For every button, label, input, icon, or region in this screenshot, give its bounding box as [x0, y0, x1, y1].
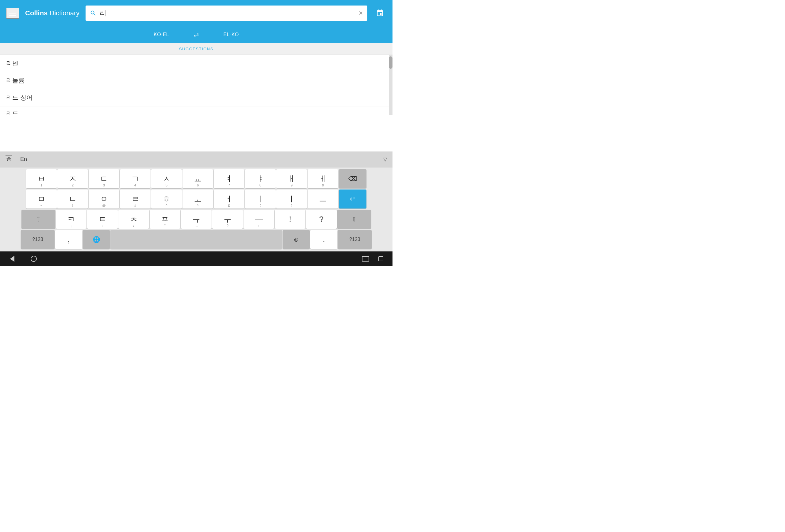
search-bar: ✕ [85, 5, 368, 21]
system-bar-left [9, 256, 37, 262]
lang-el-ko[interactable]: EL-KO [205, 32, 258, 37]
key-d[interactable]: ㄷ3 [88, 169, 119, 188]
system-bar-right [362, 256, 383, 261]
app-title: Collins Dictionary [25, 9, 79, 17]
keyboard: ㅎ En ▽ ㅂ1 ㅈ2 ㄷ3 ㄱ4 ㅅ5 ㅛ6 ㅕ7 ㅑ8 ㅐ9 ㅔ0 ⌫ ㅁ… [0, 151, 392, 251]
search-icon [90, 10, 97, 17]
key-n[interactable]: ㄴ! [57, 189, 88, 208]
key-row-1: ㅂ1 ㅈ2 ㄷ3 ㄱ4 ㅅ5 ㅛ6 ㅕ7 ㅑ8 ㅐ9 ㅔ0 ⌫ [1, 169, 391, 188]
recents-button[interactable] [378, 256, 383, 261]
keyboard-toggle-button[interactable] [362, 256, 369, 261]
language-bar: KO-EL ⇄ EL-KO [0, 26, 392, 43]
emoji-key[interactable]: ☺ [283, 230, 310, 249]
key-j[interactable]: ㅈ2 [57, 169, 88, 188]
scrollbar-thumb[interactable] [389, 56, 392, 69]
key-u[interactable]: ㅜ? [212, 210, 243, 229]
home-button[interactable] [31, 256, 37, 262]
key-t[interactable]: ㅌ: [87, 210, 118, 229]
key-ng[interactable]: ㅇ@ [88, 189, 119, 208]
search-input[interactable] [100, 9, 355, 17]
header: Collins Dictionary ✕ [0, 0, 392, 26]
cart-button[interactable] [374, 7, 386, 20]
key-eu[interactable]: ㅡ- [308, 189, 338, 208]
list-item[interactable]: 리넨 [0, 55, 389, 72]
backspace-key[interactable]: ⌫ [339, 169, 366, 188]
key-rows: ㅂ1 ㅈ2 ㄷ3 ㄱ4 ㅅ5 ㅛ6 ㅕ7 ㅑ8 ㅐ9 ㅔ0 ⌫ ㅁ~ ㄴ! ㅇ@… [0, 168, 392, 251]
key-k[interactable]: ㅋ; [56, 210, 86, 229]
list-item[interactable]: 리놀륨 [0, 72, 389, 89]
key-b[interactable]: ㅂ1 [26, 169, 57, 188]
keyboard-en-button[interactable]: En [15, 154, 380, 165]
key-comma[interactable]: , [55, 230, 82, 249]
system-bar [0, 251, 392, 266]
space-key[interactable] [110, 230, 282, 249]
key-m[interactable]: ㅁ~ [26, 189, 57, 208]
key-dash[interactable]: —+ [244, 210, 274, 229]
content-area: 리넨 리놀륨 리드 싱어 리드 [0, 55, 392, 115]
keyboard-collapse-button[interactable]: ▽ [380, 154, 390, 164]
num-sym-key-left[interactable]: ?123 [21, 230, 55, 249]
key-h[interactable]: ㅎ^ [151, 189, 182, 208]
key-yeo[interactable]: ㅕ7 [214, 169, 245, 188]
list-item[interactable]: 리드 [0, 106, 389, 115]
key-ch[interactable]: ㅊ/ [118, 210, 149, 229]
num-sym-key-right[interactable]: ?123 [338, 230, 372, 249]
key-row-3: ⇧— ㅋ; ㅌ: ㅊ/ ㅍ" ㅠ… ㅜ? —+ ! ? ⇧— [1, 210, 391, 229]
enter-key[interactable]: ↵ [339, 189, 366, 208]
suggestions-bar: SUGGESTIONS [0, 43, 392, 55]
key-e[interactable]: ㅔ0 [308, 169, 338, 188]
keyboard-toolbar: ㅎ En ▽ [0, 151, 392, 168]
key-yo[interactable]: ㅛ6 [182, 169, 213, 188]
key-i[interactable]: ㅣ) [276, 189, 307, 208]
key-a[interactable]: ㅏ( [245, 189, 276, 208]
key-yu[interactable]: ㅠ… [181, 210, 211, 229]
globe-key[interactable]: 🌐 [83, 230, 110, 249]
key-ae[interactable]: ㅐ9 [276, 169, 307, 188]
scrollbar[interactable] [389, 55, 392, 115]
key-ya[interactable]: ㅑ8 [245, 169, 276, 188]
menu-button[interactable] [6, 8, 19, 19]
back-button[interactable] [9, 257, 15, 261]
shift-key-right[interactable]: ⇧— [337, 210, 371, 229]
lang-ko-el[interactable]: KO-EL [135, 32, 188, 37]
key-p[interactable]: ㅍ" [150, 210, 180, 229]
key-row-2: ㅁ~ ㄴ! ㅇ@ ㄹ# ㅎ^ ㅗ^ ㅓ& ㅏ( ㅣ) ㅡ- ↵ [1, 189, 391, 208]
keyboard-lang-button[interactable]: ㅎ [2, 152, 15, 167]
list-item[interactable]: 리드 싱어 [0, 89, 389, 106]
lang-switch-button[interactable]: ⇄ [188, 31, 205, 38]
search-clear-button[interactable]: ✕ [358, 10, 363, 17]
suggestions-label: SUGGESTIONS [179, 47, 213, 51]
key-row-4: ?123 , 🌐 ☺ . ?123 [1, 230, 391, 249]
key-r[interactable]: ㄹ# [120, 189, 151, 208]
key-s[interactable]: ㅅ5 [151, 169, 182, 188]
key-o[interactable]: ㅗ^ [182, 189, 213, 208]
key-eo[interactable]: ㅓ& [214, 189, 245, 208]
shift-key-left[interactable]: ⇧— [22, 210, 55, 229]
key-period[interactable]: . [310, 230, 337, 249]
key-question[interactable]: ? [306, 210, 337, 229]
suggestions-list: 리넨 리놀륨 리드 싱어 리드 [0, 55, 389, 115]
key-g[interactable]: ㄱ4 [120, 169, 151, 188]
key-exclaim[interactable]: ! [275, 210, 305, 229]
